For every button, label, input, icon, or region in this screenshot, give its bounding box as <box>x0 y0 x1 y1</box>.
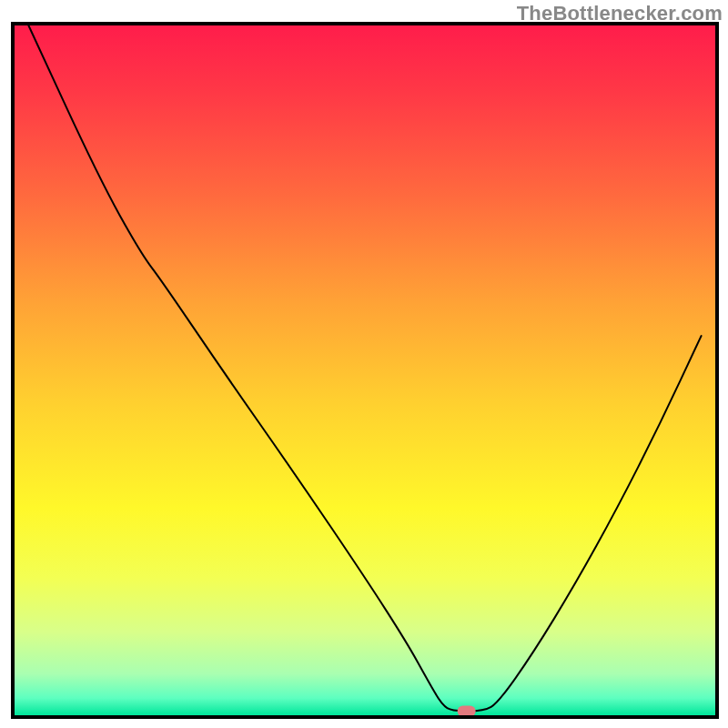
watermark-text: TheBottlenecker.com <box>517 2 723 25</box>
gradient-background <box>15 25 715 715</box>
bottleneck-chart: TheBottlenecker.com <box>0 0 728 728</box>
chart-svg <box>0 0 728 728</box>
marker-optimal-point <box>458 705 476 716</box>
